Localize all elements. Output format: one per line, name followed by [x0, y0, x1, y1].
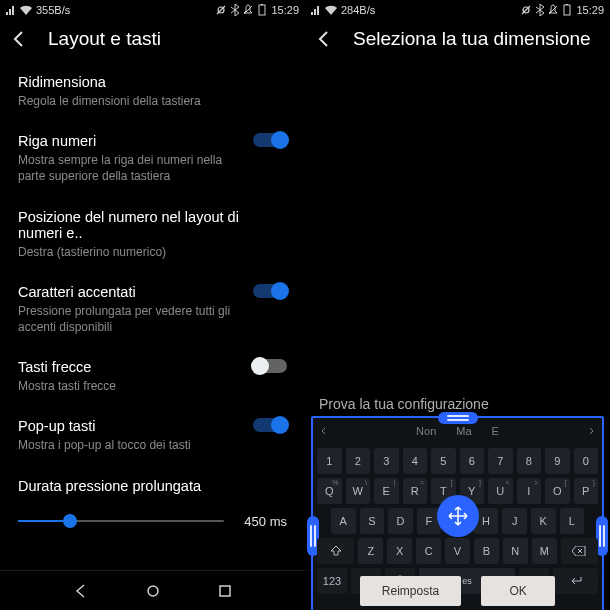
key-8[interactable]: 8: [517, 448, 542, 474]
back-button[interactable]: [315, 29, 335, 49]
app-bar: Seleziona la tua dimensione: [305, 20, 610, 58]
key-4[interactable]: 4: [403, 448, 428, 474]
key-r[interactable]: R=: [403, 478, 428, 504]
status-bar: 355B/s 15:29: [0, 0, 305, 20]
setting-longpress-duration: Durata pressione prolungata 450 ms: [0, 466, 305, 541]
back-button[interactable]: [10, 29, 30, 49]
key-m[interactable]: M: [532, 538, 557, 564]
key-q[interactable]: Q%: [317, 478, 342, 504]
appbar-title: Layout e tasti: [48, 28, 161, 50]
setting-number-row[interactable]: Riga numeri Mostra sempre la riga dei nu…: [0, 121, 305, 196]
longpress-slider[interactable]: [18, 520, 224, 522]
svg-rect-17: [566, 4, 568, 5]
svg-rect-6: [220, 586, 230, 596]
setting-subtitle: Destra (tastierino numerico): [18, 244, 287, 260]
suggestion-nav-left-icon[interactable]: [319, 426, 329, 436]
eye-off-icon: [520, 4, 532, 16]
svg-rect-4: [261, 4, 263, 5]
move-handle[interactable]: [437, 495, 479, 537]
reset-button[interactable]: Reimposta: [360, 576, 461, 606]
switch-popup[interactable]: [253, 418, 287, 432]
appbar-title: Seleziona la tua dimensione: [353, 28, 591, 50]
key-6[interactable]: 6: [460, 448, 485, 474]
key-z[interactable]: Z: [358, 538, 383, 564]
setting-subtitle: Regola le dimensioni della tastiera: [18, 93, 287, 109]
clock: 15:29: [271, 4, 299, 16]
setting-subtitle: Pressione prolungata per vedere tutti gl…: [18, 303, 243, 335]
setting-resize[interactable]: Ridimensiona Regola le dimensioni della …: [0, 62, 305, 121]
settings-list: Ridimensiona Regola le dimensioni della …: [0, 58, 305, 570]
panel-resize: 284B/s 15:29 Seleziona la tua dimensione…: [305, 0, 610, 610]
key-a[interactable]: A: [331, 508, 356, 534]
nav-back[interactable]: [73, 583, 89, 599]
setting-subtitle: Mostra tasti frecce: [18, 378, 243, 394]
key-v[interactable]: V: [445, 538, 470, 564]
nav-recent[interactable]: [217, 583, 233, 599]
key-w[interactable]: W\: [346, 478, 371, 504]
key-9[interactable]: 9: [545, 448, 570, 474]
setting-accented-chars[interactable]: Caratteri accentati Pressione prolungata…: [0, 272, 305, 347]
battery-icon: [562, 4, 572, 16]
clock: 15:29: [576, 4, 604, 16]
key-l[interactable]: L: [560, 508, 585, 534]
switch-arrows[interactable]: [253, 359, 287, 373]
longpress-value: 450 ms: [244, 514, 287, 529]
key-o[interactable]: O{: [545, 478, 570, 504]
key-x[interactable]: X: [387, 538, 412, 564]
switch-accented[interactable]: [253, 284, 287, 298]
key-k[interactable]: K: [531, 508, 556, 534]
key-b[interactable]: B: [474, 538, 499, 564]
signal-icon: [311, 5, 321, 15]
key-3[interactable]: 3: [374, 448, 399, 474]
key-0[interactable]: 0: [574, 448, 599, 474]
key-7[interactable]: 7: [488, 448, 513, 474]
setting-arrow-keys[interactable]: Tasti frecce Mostra tasti frecce: [0, 347, 305, 406]
setting-title: Tasti frecce: [18, 359, 243, 375]
key-i[interactable]: I>: [517, 478, 542, 504]
setting-number-position[interactable]: Posizione del numero nel layout di numer…: [0, 197, 305, 272]
svg-point-5: [148, 586, 158, 596]
ok-button[interactable]: OK: [481, 576, 555, 606]
key-e[interactable]: E|: [374, 478, 399, 504]
backspace-icon: [572, 546, 586, 556]
key-j[interactable]: J: [502, 508, 527, 534]
suggestion[interactable]: Non: [416, 425, 436, 437]
suggestion[interactable]: E: [492, 425, 499, 437]
key-shift[interactable]: [317, 538, 354, 564]
panel-settings: 355B/s 15:29 Layout e tasti Ridimensiona…: [0, 0, 305, 610]
setting-popup-keys[interactable]: Pop-up tasti Mostra i pop-up al tocco de…: [0, 406, 305, 465]
suggestion[interactable]: Ma: [456, 425, 471, 437]
status-bar: 284B/s 15:29: [305, 0, 610, 20]
setting-title: Riga numeri: [18, 133, 243, 149]
nav-bar: [0, 570, 305, 610]
eye-off-icon: [215, 4, 227, 16]
key-p[interactable]: P}: [574, 478, 599, 504]
key-s[interactable]: S: [360, 508, 385, 534]
move-icon: [447, 505, 469, 527]
key-d[interactable]: D: [388, 508, 413, 534]
setting-title: Durata pressione prolungata: [18, 478, 287, 494]
key-2[interactable]: 2: [346, 448, 371, 474]
bluetooth-icon: [536, 4, 544, 16]
app-bar: Layout e tasti: [0, 20, 305, 58]
letter-row-3: Z X C V B N M: [315, 538, 600, 564]
key-c[interactable]: C: [416, 538, 441, 564]
mute-icon: [548, 4, 558, 16]
key-5[interactable]: 5: [431, 448, 456, 474]
setting-title: Posizione del numero nel layout di numer…: [18, 209, 287, 241]
switch-number-row[interactable]: [253, 133, 287, 147]
battery-icon: [257, 4, 267, 16]
slider-thumb-icon: [63, 514, 77, 528]
key-u[interactable]: U<: [488, 478, 513, 504]
nav-home[interactable]: [145, 583, 161, 599]
key-1[interactable]: 1: [317, 448, 342, 474]
key-backspace[interactable]: [561, 538, 598, 564]
setting-subtitle: Mostra sempre la riga dei numeri nella p…: [18, 152, 243, 184]
resize-handle-top[interactable]: [438, 412, 478, 424]
wifi-icon: [325, 5, 337, 15]
button-row: Reimposta OK: [313, 566, 602, 610]
number-row: 1 2 3 4 5 6 7 8 9 0: [315, 448, 600, 474]
keyboard-frame: Non Ma E 1 2 3 4 5 6 7 8 9 0: [311, 416, 604, 610]
key-n[interactable]: N: [503, 538, 528, 564]
suggestion-nav-right-icon[interactable]: [586, 426, 596, 436]
